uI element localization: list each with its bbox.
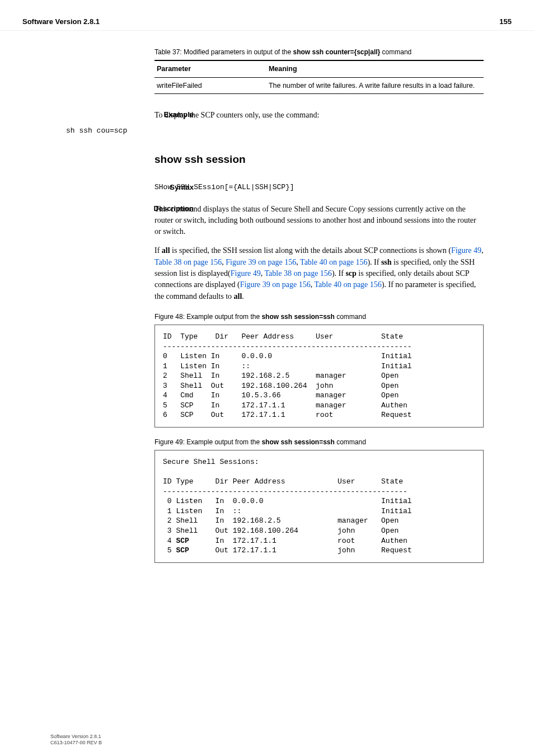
section-title: show ssh session [154, 152, 484, 167]
page-footer: Software Version 2.8.1 C613-10477-00 REV… [50, 734, 102, 746]
link-figure39a[interactable]: Figure 39 on page 156 [226, 258, 296, 266]
fig48-caption: Figure 48: Example output from the show … [154, 312, 484, 321]
table37-caption-prefix: Table 37: Modified parameters in output … [154, 48, 293, 56]
table37-caption-suffix: command [380, 48, 411, 56]
table37: Parameter Meaning writeFileFailed The nu… [154, 60, 484, 95]
table-row: writeFileFailed The number of write fail… [154, 77, 484, 94]
page-number: 155 [499, 17, 512, 27]
link-figure49a[interactable]: Figure 49 [451, 246, 481, 255]
syntax-label: Syntax [101, 182, 199, 192]
fig48-output: ID Type Dir Peer Address User State ----… [154, 325, 484, 428]
syntax-code: SHow SSH SEssion[={ALL|SSH|SCP}] [154, 182, 484, 192]
link-table40b[interactable]: Table 40 on page 156 [315, 280, 382, 289]
table37-caption-bold: show ssh counter={scp|all} [293, 48, 380, 56]
table37-caption: Table 37: Modified parameters in output … [154, 48, 484, 57]
fig49-caption: Figure 49: Example output from the show … [154, 438, 484, 447]
example-text: To display the SCP counters only, use th… [154, 110, 484, 121]
description-para1: This command displays the status of Secu… [154, 204, 484, 238]
table37-param: writeFileFailed [154, 77, 266, 94]
table37-meaning: The number of write failures. A write fa… [266, 77, 484, 94]
description-para2: If all is specified, the SSH session lis… [154, 245, 484, 302]
table37-col1: Parameter [154, 60, 266, 77]
page-header: Software Version 2.8.1 155 [0, 13, 534, 31]
link-table40a[interactable]: Table 40 on page 156 [300, 258, 367, 266]
link-table38a[interactable]: Table 38 on page 156 [154, 258, 222, 266]
link-figure39b[interactable]: Figure 39 on page 156 [240, 280, 311, 289]
link-figure49b[interactable]: Figure 49 [231, 269, 261, 278]
example-label: Example [101, 110, 199, 120]
example-code: sh ssh cou=scp [66, 126, 484, 136]
description-label: Description [101, 204, 199, 214]
footer-line1: Software Version 2.8.1 [50, 734, 102, 740]
footer-line2: C613-10477-00 REV B [50, 740, 102, 746]
fig49-output: Secure Shell Sessions: ID Type Dir Peer … [154, 450, 484, 562]
header-title: Software Version 2.8.1 [22, 17, 100, 27]
table37-col2: Meaning [266, 60, 484, 77]
link-table38b[interactable]: Table 38 on page 156 [265, 269, 332, 278]
